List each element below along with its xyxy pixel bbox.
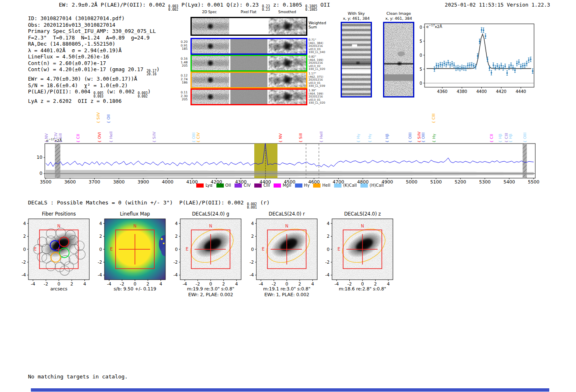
emission-line-label: { Hγ (367, 134, 373, 143)
svg-text:m:18.6 re:2.8" s:0.8": m:18.6 re:2.8" s:0.8" (339, 286, 386, 292)
svg-text:E: E (186, 247, 188, 251)
svg-text:4420: 4420 (496, 89, 506, 94)
text-run: S/N = 18.6(±0.4) χ² = 1.0(±0.2) (28, 82, 128, 88)
text-run: Obs: 20201216v013_3010827014 (28, 22, 115, 28)
svg-text:20: 20 (420, 25, 422, 30)
svg-text:-2: -2 (120, 281, 124, 286)
spec2d-row (190, 38, 307, 55)
svg-text:0: 0 (420, 81, 422, 86)
info-line: Cont(w) = 4.20(±0.01)e-17 (gmag 20.17 20… (28, 66, 160, 76)
svg-text:N: N (361, 224, 364, 228)
text-run: RA,Dec (14.880805,-1.552150) (28, 41, 115, 47)
svg-text:4: 4 (327, 221, 330, 226)
svg-text:0: 0 (58, 281, 60, 286)
emission-line-label: { OIII (420, 132, 426, 143)
info-line: EWr = 4.70(±0.30) (w: 3.00(±0.17))Å (28, 76, 160, 82)
spec2d-row-left-labels: 0.112.30205 (177, 91, 188, 102)
sky-cutout (341, 22, 372, 97)
svg-text:E: E (262, 247, 265, 251)
legend-swatch (295, 183, 302, 188)
sup-sub-value: 20.1720.16 (146, 70, 156, 76)
inset-flux-units: e−17x2Å (426, 24, 442, 29)
text-run: ) (148, 88, 151, 95)
svg-text:0: 0 (251, 247, 254, 252)
svg-text:-2: -2 (195, 281, 200, 286)
svg-text:-4: -4 (22, 272, 26, 277)
info-line: RA,Dec (14.880805,-1.552150) (28, 41, 160, 47)
cutout-smooth (269, 56, 306, 70)
legend-item: Lyα (196, 183, 212, 188)
legend-swatch (274, 183, 281, 188)
svg-text:0: 0 (286, 281, 288, 286)
svg-text:DECaLS(24.0) g: DECaLS(24.0) g (192, 211, 229, 217)
svg-text:Fiber Positions: Fiber Positions (42, 211, 76, 217)
clean-cutout (383, 22, 414, 97)
info-line: λ = 4401.02Å σ = 2.94(±0.19)Å (28, 47, 160, 54)
svg-text:0: 0 (175, 247, 178, 252)
legend-swatch (216, 183, 224, 188)
emission-line-label: { OVI (97, 132, 102, 143)
svg-text:-4: -4 (107, 281, 111, 286)
svg-text:-2: -2 (174, 260, 178, 264)
info-line: Obs: 20201216v013_3010827014 (28, 22, 160, 28)
cutout-smooth (269, 90, 306, 104)
cutout-sky (342, 23, 371, 96)
spec2d-row-right-labels: 0.82"(464, 199)20201216v013_02330_LL_020 (309, 56, 325, 71)
svg-text:0: 0 (209, 281, 212, 286)
text-run: z: 0.1805 (270, 2, 305, 8)
emission-line-label: { CII (75, 134, 81, 143)
svg-text:4440: 4440 (516, 89, 526, 94)
cutout-white (230, 18, 268, 35)
sup-sub-value: 0.0030.002 (138, 92, 148, 98)
weighted-sum-label: WeightedSum (309, 21, 326, 29)
info-line: Cont(n) = 2.60(±0.07)e-17 (28, 60, 160, 67)
spec2d-row-left-labels: 0.122.74186 (177, 74, 188, 85)
svg-text:-4: -4 (31, 281, 35, 286)
svg-text:2: 2 (298, 281, 301, 286)
emission-line-label: { Hβ (508, 134, 513, 143)
svg-text:2: 2 (374, 281, 377, 286)
svg-text:-4: -4 (259, 281, 263, 286)
text-run: (r) (257, 199, 269, 206)
emission-line-label: { OIII (407, 132, 413, 143)
svg-text:0: 0 (99, 247, 102, 252)
legend-item: (K)CaII (334, 183, 357, 188)
text-run: F=2.3" T=0.178 N=1.24 A=0.89 g=24.9 (28, 35, 150, 41)
svg-text:4: 4 (235, 281, 238, 286)
header-timestamp: 2025-01-02 11:53:15 Version 1.22.3 (445, 2, 550, 8)
svg-text:-4: -4 (325, 272, 330, 277)
report-datetime: 2025-01-02 11:53:15 (445, 2, 504, 8)
footer-classification-bar (31, 388, 549, 392)
svg-text:5: 5 (420, 67, 422, 72)
svg-text:0: 0 (327, 247, 330, 252)
svg-text:arcsecs: arcsecs (50, 286, 67, 292)
sup-sub-value: 0.0030.002 (168, 5, 178, 11)
spec2d-row (190, 88, 307, 105)
svg-text:Lineflux Map: Lineflux Map (120, 211, 150, 217)
svg-text:4: 4 (159, 281, 162, 286)
emission-line-label: { Hβ (384, 134, 390, 143)
svg-text:15: 15 (420, 39, 422, 44)
svg-text:4: 4 (175, 221, 178, 226)
panel-lineflux: Lineflux MapNE-4-2024-4-2024s/b: 9.50 +/… (89, 211, 167, 299)
svg-text:E: E (338, 247, 340, 251)
svg-text:N: N (285, 224, 288, 228)
panel-decals_r: DECaLS(24.0) rNE-4-2024-4-2024m:19.1 re:… (241, 211, 319, 299)
legend-swatch (360, 183, 368, 188)
svg-text:4: 4 (251, 221, 254, 226)
y-tick-label: 0 (34, 171, 42, 176)
info-line: ID: 3010827014 (3010827014.pdf) (28, 15, 160, 22)
text-run: LineFlux = 4.50(±0.26)e-16 (28, 53, 109, 60)
text-run: λ = 4401.02Å σ = 2.94(±0.19)Å (28, 47, 121, 53)
legend-swatch (334, 183, 341, 188)
svg-text:-4: -4 (250, 272, 254, 277)
svg-text:0: 0 (361, 281, 364, 286)
cutout-smooth (269, 18, 306, 35)
svg-text:4: 4 (387, 281, 390, 286)
svg-text:2: 2 (99, 234, 102, 239)
legend-item: (H)CaII (360, 183, 383, 188)
svg-text:DECaLS(24.0) z: DECaLS(24.0) z (344, 211, 381, 217)
spec2d-row-left-labels: 0.200.91185 (177, 40, 188, 51)
svg-text:DECaLS(24.0) r: DECaLS(24.0) r (269, 211, 305, 217)
text-run: OII (317, 2, 330, 8)
